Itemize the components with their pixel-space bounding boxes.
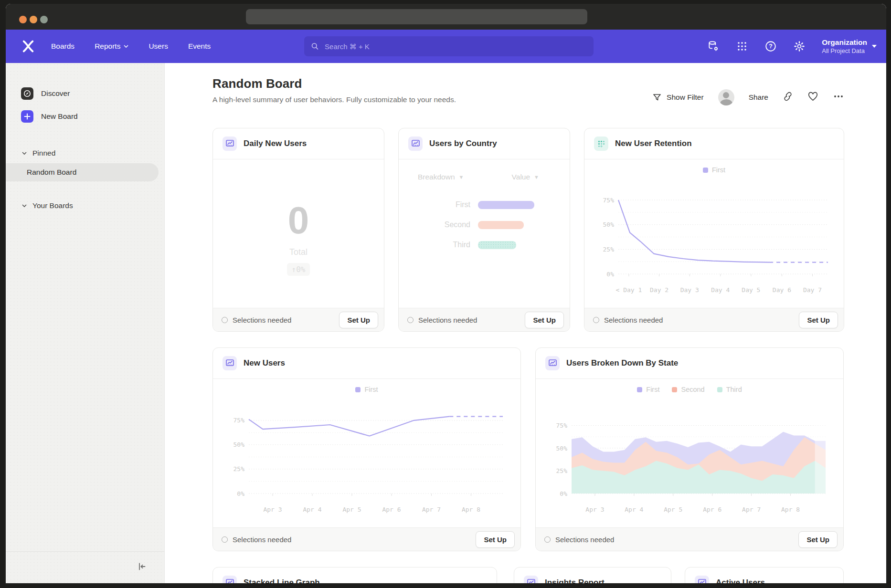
sidebar-section-label: Your Boards [32,201,73,210]
svg-text:Apr 6: Apr 6 [382,506,401,513]
country-body: Breakdown▼ Value▼ FirstSecondThird [399,159,570,308]
apps-grid-icon[interactable] [736,40,748,52]
card-insights-report: Insights Report [514,567,671,583]
org-switcher[interactable]: Organization All Project Data [822,38,877,55]
nav-right-cluster: ? Organization All Project Data [707,38,877,55]
sidebar-section-your-boards[interactable]: Your Boards [6,199,164,213]
browser-window: Boards Reports Users Events ? [6,4,886,583]
metric-body: 0 Total ↑0% [213,159,384,308]
svg-text:Apr 7: Apr 7 [742,506,761,513]
card-title: Users Broken Down By State [566,358,678,368]
help-icon[interactable]: ? [764,40,777,52]
search-input[interactable] [324,42,587,51]
nav-item-boards[interactable]: Boards [51,42,74,51]
card-users-by-country: Users by Country Breakdown▼ Value▼ First… [398,128,570,332]
svg-text:Day 3: Day 3 [680,286,699,294]
global-search[interactable] [304,36,594,56]
avatar[interactable] [718,89,734,105]
chevron-down-icon [124,45,128,48]
breakdown-dropdown: Breakdown▼ [418,173,464,181]
svg-text:Apr 7: Apr 7 [422,506,441,513]
legend-item: First [637,386,659,393]
svg-text:Apr 6: Apr 6 [703,506,721,513]
chart-legend: First [355,386,378,393]
nav-item-users[interactable]: Users [148,42,168,51]
show-filter-button[interactable]: Show Filter [652,93,704,102]
setup-button[interactable]: Set Up [339,312,378,328]
country-row-label: Third [399,241,478,249]
sidebar-item-discover[interactable]: Discover [6,82,164,105]
card-users-by-state: Users Broken Down By State FirstSecondTh… [535,347,844,551]
org-project: All Project Data [822,47,867,55]
window-minimize-button[interactable] [30,16,37,23]
svg-text:Apr 4: Apr 4 [303,506,321,513]
retention-grid-icon [594,136,608,151]
sidebar-item-random-board[interactable]: Random Board [6,163,159,181]
legend-swatch-icon [717,387,722,392]
svg-text:50%: 50% [233,441,245,448]
value-bar [478,221,524,229]
retention-chart: First75%50%25%0%< Day 1Day 2Day 3Day 4Da… [584,159,844,308]
copy-link-icon[interactable] [783,91,793,104]
settings-gear-icon[interactable] [793,40,806,52]
svg-text:?: ? [769,43,773,50]
share-button[interactable]: Share [749,93,768,102]
nav-item-events[interactable]: Events [188,42,211,51]
board-main: Random Board A high-level summary of use… [165,63,886,583]
card-footer: Selections needed Set Up [213,527,520,551]
filter-funnel-icon [652,93,662,102]
svg-text:0%: 0% [606,271,614,278]
card-title: Insights Report [545,578,605,583]
window-close-button[interactable] [19,16,27,23]
country-row-label: First [399,200,478,209]
card-footer: Selections needed Set Up [399,308,570,331]
chevron-down-icon [22,152,27,155]
page-title: Random Board [212,76,456,91]
svg-text:25%: 25% [233,465,245,472]
more-options-icon[interactable] [833,91,844,104]
url-bar[interactable] [246,9,587,24]
card-title: Active Users [716,578,765,583]
svg-text:Apr 8: Apr 8 [781,506,800,513]
svg-text:Apr 3: Apr 3 [263,506,282,513]
svg-text:Day 2: Day 2 [650,286,668,294]
window-zoom-button[interactable] [40,16,48,23]
svg-text:Apr 3: Apr 3 [585,506,604,513]
metric-delta-badge: ↑0% [287,263,310,276]
setup-button[interactable]: Set Up [798,531,838,548]
collapse-sidebar-icon[interactable] [137,561,147,574]
nav-menu: Boards Reports Users Events [51,42,211,51]
setup-button[interactable]: Set Up [525,312,564,328]
status-text: Selections needed [233,316,291,324]
chevron-down-icon [22,204,27,207]
setup-button[interactable]: Set Up [799,312,838,328]
line-chart-icon [223,136,237,151]
card-footer: Selections needed Set Up [536,527,843,551]
svg-text:75%: 75% [556,422,568,429]
svg-text:Day 5: Day 5 [742,286,760,294]
chart-legend: First [703,166,725,174]
legend-swatch-icon [672,387,677,392]
chart-legend: FirstSecondThird [637,386,742,393]
sidebar-item-new-board[interactable]: New Board [6,105,164,128]
chart-svg: 75%50%25%0%Apr 3Apr 4Apr 5Apr 6Apr 7Apr … [222,395,511,515]
caret-down-icon: ▼ [459,174,464,180]
sidebar-section-pinned[interactable]: Pinned [6,146,164,160]
app-content: Discover New Board Pinned Random Board Y… [6,63,886,583]
board-subtitle: A high-level summary of user behaviors. … [212,95,456,104]
mixpanel-logo-icon[interactable] [21,40,35,53]
sidebar: Discover New Board Pinned Random Board Y… [6,63,165,583]
plus-icon [21,110,33,123]
setup-button[interactable]: Set Up [476,531,515,548]
svg-text:25%: 25% [603,246,615,253]
legend-swatch-icon [637,387,642,392]
line-chart-icon [223,576,237,583]
line-chart-icon [223,356,237,370]
favorite-heart-icon[interactable] [807,91,818,104]
svg-text:50%: 50% [556,445,568,452]
card-title: Daily New Users [244,139,307,148]
data-management-icon[interactable] [707,40,720,52]
chart-svg: 75%50%25%0%Apr 3Apr 4Apr 5Apr 6Apr 7Apr … [545,395,834,515]
line-chart-icon [408,136,423,151]
nav-item-reports[interactable]: Reports [95,42,128,51]
